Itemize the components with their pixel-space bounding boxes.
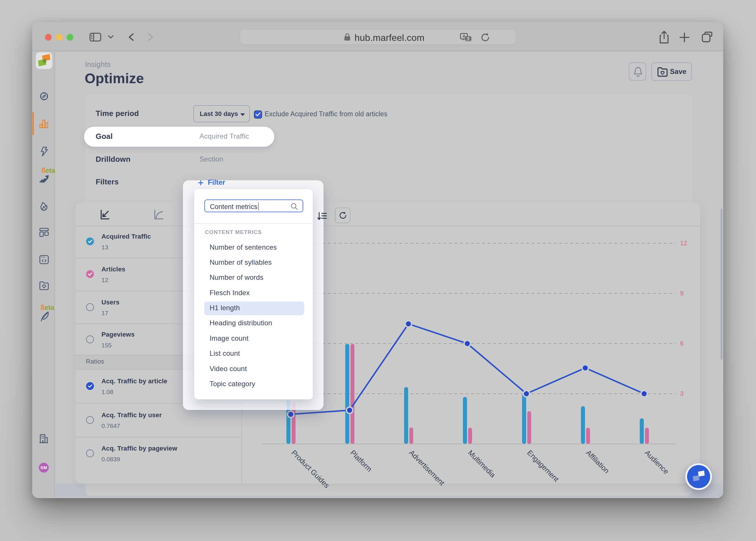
svg-text:Platform: Platform xyxy=(349,448,374,473)
svg-text:Product Guides: Product Guides xyxy=(290,448,331,490)
svg-text:3: 3 xyxy=(680,390,683,397)
svg-text:A: A xyxy=(462,34,465,39)
svg-text:Advertisement: Advertisement xyxy=(408,448,446,487)
svg-text:Engagement: Engagement xyxy=(526,448,560,483)
svg-text:Multimedia: Multimedia xyxy=(466,448,497,479)
svg-text:6: 6 xyxy=(680,340,683,347)
svg-text:9: 9 xyxy=(680,289,683,297)
svg-text:12: 12 xyxy=(680,240,687,247)
svg-text:Affiliation: Affiliation xyxy=(584,448,611,475)
svg-text:文: 文 xyxy=(466,37,470,41)
svg-text:Audience: Audience xyxy=(643,448,670,476)
